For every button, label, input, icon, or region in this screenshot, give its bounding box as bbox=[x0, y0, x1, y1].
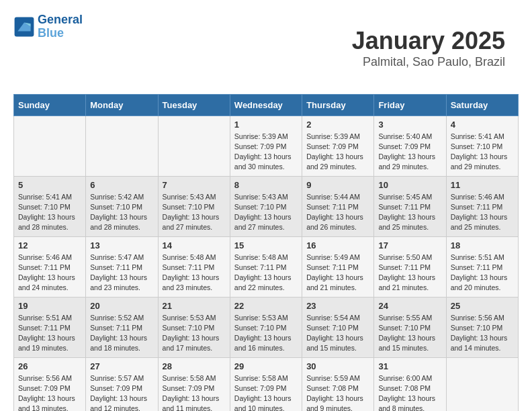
calendar-cell-w1-d1: 6Sunrise: 5:42 AM Sunset: 7:10 PM Daylig… bbox=[86, 176, 158, 236]
calendar-cell-w0-d5: 3Sunrise: 5:40 AM Sunset: 7:09 PM Daylig… bbox=[374, 116, 446, 176]
calendar-cell-w4-d3: 29Sunrise: 5:58 AM Sunset: 7:09 PM Dayli… bbox=[230, 357, 302, 411]
day-info: Sunrise: 6:00 AM Sunset: 7:08 PM Dayligh… bbox=[378, 373, 441, 411]
day-number: 3 bbox=[378, 120, 441, 130]
header-saturday: Saturday bbox=[446, 94, 518, 116]
day-number: 18 bbox=[451, 240, 514, 250]
day-number: 4 bbox=[451, 120, 514, 130]
day-info: Sunrise: 5:51 AM Sunset: 7:11 PM Dayligh… bbox=[451, 253, 514, 293]
page-title: January 2025 bbox=[352, 27, 505, 55]
header-monday: Monday bbox=[86, 94, 158, 116]
header-sunday: Sunday bbox=[14, 94, 86, 116]
calendar-cell-w1-d0: 5Sunrise: 5:41 AM Sunset: 7:10 PM Daylig… bbox=[14, 176, 86, 236]
day-number: 9 bbox=[306, 180, 369, 190]
calendar-cell-w3-d1: 20Sunrise: 5:52 AM Sunset: 7:11 PM Dayli… bbox=[86, 297, 158, 357]
logo-text: General Blue bbox=[38, 13, 83, 40]
calendar-cell-w1-d2: 7Sunrise: 5:43 AM Sunset: 7:10 PM Daylig… bbox=[158, 176, 230, 236]
day-number: 21 bbox=[163, 301, 226, 311]
day-number: 17 bbox=[378, 240, 441, 250]
day-info: Sunrise: 5:39 AM Sunset: 7:09 PM Dayligh… bbox=[306, 132, 369, 173]
day-info: Sunrise: 5:48 AM Sunset: 7:11 PM Dayligh… bbox=[163, 253, 226, 293]
day-number: 25 bbox=[451, 301, 514, 311]
day-number: 12 bbox=[18, 240, 81, 250]
calendar-cell-w3-d3: 22Sunrise: 5:53 AM Sunset: 7:10 PM Dayli… bbox=[230, 297, 302, 357]
calendar-cell-w3-d5: 24Sunrise: 5:55 AM Sunset: 7:10 PM Dayli… bbox=[374, 297, 446, 357]
calendar-cell-w4-d5: 31Sunrise: 6:00 AM Sunset: 7:08 PM Dayli… bbox=[374, 357, 446, 411]
day-info: Sunrise: 5:54 AM Sunset: 7:10 PM Dayligh… bbox=[306, 313, 369, 354]
week-row-0: 1Sunrise: 5:39 AM Sunset: 7:09 PM Daylig… bbox=[14, 116, 519, 176]
calendar-cell-w3-d4: 23Sunrise: 5:54 AM Sunset: 7:10 PM Dayli… bbox=[302, 297, 374, 357]
week-row-2: 12Sunrise: 5:46 AM Sunset: 7:11 PM Dayli… bbox=[14, 236, 519, 297]
day-info: Sunrise: 5:48 AM Sunset: 7:11 PM Dayligh… bbox=[234, 253, 298, 293]
day-info: Sunrise: 5:56 AM Sunset: 7:10 PM Dayligh… bbox=[451, 313, 514, 354]
week-row-3: 19Sunrise: 5:51 AM Sunset: 7:11 PM Dayli… bbox=[14, 297, 519, 357]
calendar-cell-w0-d0 bbox=[14, 116, 86, 176]
calendar-cell-w3-d2: 21Sunrise: 5:53 AM Sunset: 7:10 PM Dayli… bbox=[158, 297, 230, 357]
day-number: 6 bbox=[90, 180, 153, 190]
day-number: 15 bbox=[234, 240, 298, 250]
day-number: 26 bbox=[18, 361, 81, 371]
day-number: 16 bbox=[306, 240, 369, 250]
calendar-cell-w2-d0: 12Sunrise: 5:46 AM Sunset: 7:11 PM Dayli… bbox=[14, 236, 86, 297]
header-wednesday: Wednesday bbox=[230, 94, 302, 116]
day-info: Sunrise: 5:58 AM Sunset: 7:09 PM Dayligh… bbox=[163, 373, 226, 411]
day-number: 24 bbox=[378, 301, 441, 311]
calendar-cell-w1-d3: 8Sunrise: 5:43 AM Sunset: 7:10 PM Daylig… bbox=[230, 176, 302, 236]
calendar-cell-w4-d1: 27Sunrise: 5:57 AM Sunset: 7:09 PM Dayli… bbox=[86, 357, 158, 411]
day-info: Sunrise: 5:57 AM Sunset: 7:09 PM Dayligh… bbox=[90, 373, 153, 411]
day-info: Sunrise: 5:41 AM Sunset: 7:10 PM Dayligh… bbox=[451, 132, 514, 173]
day-info: Sunrise: 5:53 AM Sunset: 7:10 PM Dayligh… bbox=[234, 313, 298, 354]
header-thursday: Thursday bbox=[302, 94, 374, 116]
day-info: Sunrise: 5:40 AM Sunset: 7:09 PM Dayligh… bbox=[378, 132, 441, 173]
day-info: Sunrise: 5:49 AM Sunset: 7:11 PM Dayligh… bbox=[306, 253, 369, 293]
calendar-cell-w0-d4: 2Sunrise: 5:39 AM Sunset: 7:09 PM Daylig… bbox=[302, 116, 374, 176]
day-number: 31 bbox=[378, 361, 441, 371]
weekday-header-row: Sunday Monday Tuesday Wednesday Thursday… bbox=[14, 94, 519, 116]
week-row-4: 26Sunrise: 5:56 AM Sunset: 7:09 PM Dayli… bbox=[14, 357, 519, 411]
calendar-cell-w0-d3: 1Sunrise: 5:39 AM Sunset: 7:09 PM Daylig… bbox=[230, 116, 302, 176]
day-info: Sunrise: 5:41 AM Sunset: 7:10 PM Dayligh… bbox=[18, 192, 81, 233]
day-info: Sunrise: 5:53 AM Sunset: 7:10 PM Dayligh… bbox=[163, 313, 226, 354]
calendar-cell-w0-d1 bbox=[86, 116, 158, 176]
calendar-cell-w2-d5: 17Sunrise: 5:50 AM Sunset: 7:11 PM Dayli… bbox=[374, 236, 446, 297]
day-info: Sunrise: 5:46 AM Sunset: 7:11 PM Dayligh… bbox=[451, 192, 514, 233]
day-number: 23 bbox=[306, 301, 369, 311]
calendar-cell-w4-d2: 28Sunrise: 5:58 AM Sunset: 7:09 PM Dayli… bbox=[158, 357, 230, 411]
day-number: 28 bbox=[163, 361, 226, 371]
calendar-cell-w4-d6 bbox=[446, 357, 518, 411]
day-number: 10 bbox=[378, 180, 441, 190]
day-info: Sunrise: 5:46 AM Sunset: 7:11 PM Dayligh… bbox=[18, 253, 81, 293]
calendar-cell-w0-d2 bbox=[158, 116, 230, 176]
calendar-cell-w2-d2: 14Sunrise: 5:48 AM Sunset: 7:11 PM Dayli… bbox=[158, 236, 230, 297]
day-info: Sunrise: 5:55 AM Sunset: 7:10 PM Dayligh… bbox=[378, 313, 441, 354]
calendar-cell-w0-d6: 4Sunrise: 5:41 AM Sunset: 7:10 PM Daylig… bbox=[446, 116, 518, 176]
day-info: Sunrise: 5:51 AM Sunset: 7:11 PM Dayligh… bbox=[18, 313, 81, 354]
day-info: Sunrise: 5:50 AM Sunset: 7:11 PM Dayligh… bbox=[378, 253, 441, 293]
day-info: Sunrise: 5:43 AM Sunset: 7:10 PM Dayligh… bbox=[163, 192, 226, 233]
week-row-1: 5Sunrise: 5:41 AM Sunset: 7:10 PM Daylig… bbox=[14, 176, 519, 236]
day-info: Sunrise: 5:45 AM Sunset: 7:11 PM Dayligh… bbox=[378, 192, 441, 233]
calendar-cell-w3-d0: 19Sunrise: 5:51 AM Sunset: 7:11 PM Dayli… bbox=[14, 297, 86, 357]
day-number: 8 bbox=[234, 180, 298, 190]
logo-line2: Blue bbox=[38, 26, 64, 40]
calendar-cell-w2-d6: 18Sunrise: 5:51 AM Sunset: 7:11 PM Dayli… bbox=[446, 236, 518, 297]
calendar: Sunday Monday Tuesday Wednesday Thursday… bbox=[13, 94, 519, 411]
day-info: Sunrise: 5:52 AM Sunset: 7:11 PM Dayligh… bbox=[90, 313, 153, 354]
calendar-cell-w2-d3: 15Sunrise: 5:48 AM Sunset: 7:11 PM Dayli… bbox=[230, 236, 302, 297]
page-subtitle: Palmital, Sao Paulo, Brazil bbox=[352, 55, 505, 69]
calendar-cell-w3-d6: 25Sunrise: 5:56 AM Sunset: 7:10 PM Dayli… bbox=[446, 297, 518, 357]
day-info: Sunrise: 5:47 AM Sunset: 7:11 PM Dayligh… bbox=[90, 253, 153, 293]
day-number: 19 bbox=[18, 301, 81, 311]
day-info: Sunrise: 5:43 AM Sunset: 7:10 PM Dayligh… bbox=[234, 192, 298, 233]
day-info: Sunrise: 5:44 AM Sunset: 7:11 PM Dayligh… bbox=[306, 192, 369, 233]
calendar-cell-w1-d4: 9Sunrise: 5:44 AM Sunset: 7:11 PM Daylig… bbox=[302, 176, 374, 236]
title-section: January 2025 Palmital, Sao Paulo, Brazil bbox=[352, 27, 505, 69]
header-friday: Friday bbox=[374, 94, 446, 116]
calendar-cell-w1-d5: 10Sunrise: 5:45 AM Sunset: 7:11 PM Dayli… bbox=[374, 176, 446, 236]
day-number: 1 bbox=[234, 120, 298, 130]
day-number: 13 bbox=[90, 240, 153, 250]
day-number: 7 bbox=[163, 180, 226, 190]
day-number: 27 bbox=[90, 361, 153, 371]
day-number: 30 bbox=[306, 361, 369, 371]
day-info: Sunrise: 5:58 AM Sunset: 7:09 PM Dayligh… bbox=[234, 373, 298, 411]
day-info: Sunrise: 5:42 AM Sunset: 7:10 PM Dayligh… bbox=[90, 192, 153, 233]
